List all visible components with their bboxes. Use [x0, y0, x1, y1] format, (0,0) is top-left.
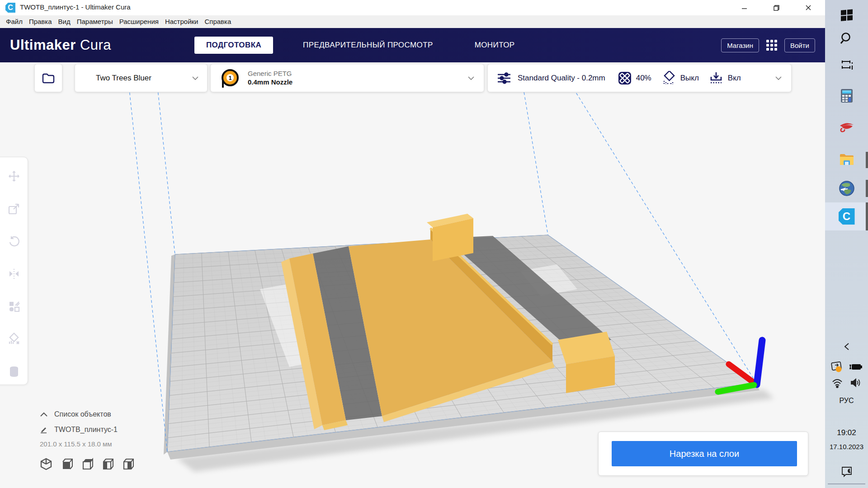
object-list-header-row[interactable]: Список объектов: [40, 407, 134, 422]
rename-pencil-icon: [40, 426, 48, 434]
task-view-icon: [840, 58, 854, 71]
menu-bar: Файл Правка Вид Параметры Расширения Нас…: [0, 15, 825, 28]
cura-window: C TWOTB_плинтус-1 - Ultimaker Cura Файл …: [0, 0, 825, 488]
tablet-sync-icon[interactable]: [831, 361, 843, 372]
applications-grid-icon[interactable]: [766, 40, 777, 51]
action-center-button[interactable]: [825, 463, 868, 481]
move-tool-icon[interactable]: [8, 170, 20, 183]
printer-name: Two Trees Bluer: [96, 74, 151, 83]
support-value: Выкл: [680, 74, 699, 83]
start-button[interactable]: [825, 5, 868, 24]
tab-preview[interactable]: ПРЕДВАРИТЕЛЬНЫЙ ПРОСМОТР: [291, 37, 445, 54]
calculator-icon: [840, 88, 854, 103]
extruder-spool-icon: 1: [220, 67, 241, 89]
clock-date[interactable]: 17.10.2023: [825, 443, 868, 450]
folder-icon: [42, 73, 55, 84]
minimize-button[interactable]: [734, 0, 755, 15]
cura-taskbar-button[interactable]: C: [825, 207, 868, 226]
slice-button[interactable]: Нарезка на слои: [612, 441, 797, 466]
tab-monitor[interactable]: МОНИТОР: [463, 37, 527, 54]
tab-prepare[interactable]: ПОДГОТОВКА: [194, 37, 273, 54]
support-blocker-icon[interactable]: [8, 333, 20, 345]
model-tool-panel: [0, 157, 28, 385]
slice-panel: Нарезка на слои: [598, 432, 808, 476]
profile-label: Standard Quality - 0.2mm: [518, 74, 605, 83]
menu-preferences[interactable]: Настройки: [162, 15, 202, 28]
windows-logo-icon: [840, 8, 854, 22]
logo-cura: Cura: [80, 37, 111, 53]
close-icon: [806, 5, 811, 10]
object-list: Список объектов TWOTB_плинтус-1 201.0 x …: [40, 407, 134, 470]
restore-icon: [774, 5, 779, 11]
title-bar: C TWOTB_плинтус-1 - Ultimaker Cura: [0, 0, 825, 15]
infill-value: 40%: [636, 74, 651, 83]
view-3d-icon[interactable]: [40, 458, 52, 470]
menu-file[interactable]: Файл: [3, 15, 26, 28]
nozzle-size: 0.4mm Nozzle: [248, 78, 292, 87]
view-orientation-buttons: [40, 458, 134, 470]
chevron-down-icon: [775, 76, 782, 80]
sign-in-button[interactable]: Войти: [784, 38, 815, 52]
object-list-title: Список объектов: [54, 410, 111, 418]
material-selector[interactable]: 1 Generic PETG 0.4mm Nozzle: [210, 64, 484, 92]
rotate-tool-icon[interactable]: [8, 235, 20, 248]
calculator-button[interactable]: [825, 86, 868, 106]
red-eye-app-button[interactable]: [825, 117, 868, 136]
marketplace-button[interactable]: Магазин: [721, 38, 759, 52]
adhesion-value: Вкл: [728, 74, 741, 83]
printer-selector[interactable]: Two Trees Bluer: [75, 64, 208, 92]
mirror-tool-icon[interactable]: [8, 267, 20, 280]
infill-icon: [618, 71, 632, 85]
material-name: Generic PETG: [248, 70, 292, 78]
battery-plug-icon[interactable]: [849, 361, 862, 371]
chevron-left-icon: [844, 343, 850, 351]
browser-globe-button[interactable]: [825, 178, 868, 199]
axis-z-blue: [757, 340, 762, 385]
material-labels: Generic PETG 0.4mm Nozzle: [248, 70, 292, 87]
main-header: Ultimaker Cura ПОДГОТОВКА ПРЕДВАРИТЕЛЬНЫ…: [0, 28, 825, 62]
task-view-button[interactable]: [825, 55, 868, 74]
logo-ultimaker: Ultimaker: [10, 37, 76, 53]
menu-help[interactable]: Справка: [201, 15, 234, 28]
menu-extensions[interactable]: Расширения: [116, 15, 162, 28]
view-right-icon[interactable]: [121, 458, 134, 470]
notification-icon: [840, 465, 853, 478]
support-icon: [661, 71, 676, 85]
search-icon: [840, 32, 854, 45]
menu-view[interactable]: Вид: [55, 15, 74, 28]
language-indicator[interactable]: РУС: [825, 397, 868, 405]
globe-airplane-icon: [839, 180, 855, 197]
per-model-settings-icon[interactable]: [8, 300, 20, 313]
open-file-button[interactable]: [34, 64, 62, 92]
object-row[interactable]: TWOTB_плинтус-1: [40, 422, 134, 437]
view-top-icon[interactable]: [80, 458, 93, 470]
minimize-icon: [742, 5, 747, 10]
speaker-icon[interactable]: [850, 377, 862, 388]
cura-icon: C: [839, 208, 855, 225]
menu-edit[interactable]: Правка: [26, 15, 55, 28]
search-button[interactable]: [825, 29, 868, 48]
file-explorer-icon: [839, 152, 854, 166]
cylinder-tool-icon[interactable]: [8, 365, 20, 378]
wifi-icon[interactable]: [831, 377, 844, 388]
show-desktop-divider[interactable]: [828, 483, 865, 484]
3d-viewport[interactable]: Список объектов TWOTB_плинтус-1 201.0 x …: [0, 62, 825, 488]
scale-tool-icon[interactable]: [8, 202, 20, 215]
cura-app-icon: C: [5, 3, 15, 13]
restore-button[interactable]: [766, 0, 787, 15]
clock-time[interactable]: 19:02: [825, 428, 868, 437]
tray-row-1: [825, 359, 868, 374]
red-eye-icon: [839, 120, 854, 133]
print-settings-selector[interactable]: Standard Quality - 0.2mm 40% Выкл Вкл: [487, 64, 792, 92]
chevron-down-icon: [467, 76, 475, 80]
hidden-icons-chevron[interactable]: [825, 340, 868, 353]
menu-settings[interactable]: Параметры: [74, 15, 116, 28]
stage-tabs: ПОДГОТОВКА ПРЕДВАРИТЕЛЬНЫЙ ПРОСМОТР МОНИ…: [194, 28, 527, 62]
view-left-icon[interactable]: [101, 458, 113, 470]
chevron-down-icon: [192, 76, 199, 80]
close-button[interactable]: [798, 0, 819, 15]
tray-row-2: [825, 375, 868, 390]
header-right: Магазин Войти: [721, 28, 815, 62]
file-explorer-button[interactable]: [825, 149, 868, 169]
view-front-icon[interactable]: [60, 458, 73, 470]
